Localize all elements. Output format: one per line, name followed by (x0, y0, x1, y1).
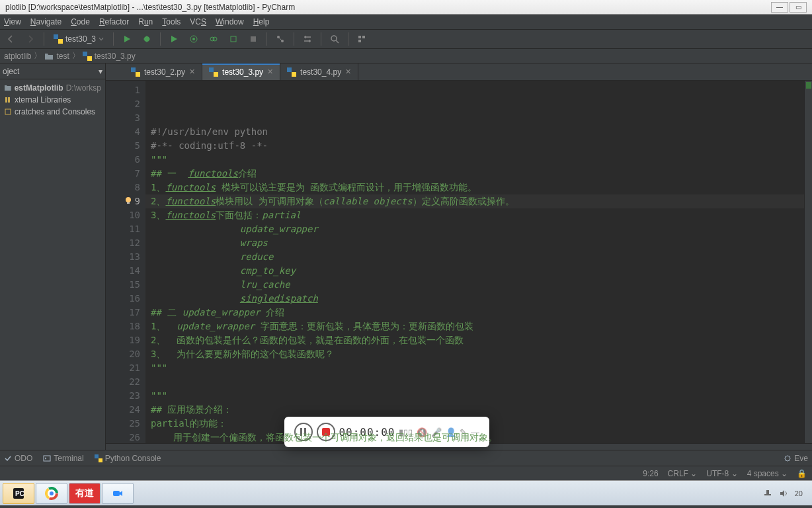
external-libraries-node[interactable]: xternal Libraries (1, 94, 104, 106)
svg-rect-45 (766, 490, 769, 494)
breadcrumb-root[interactable]: atplotlib (4, 52, 31, 61)
tab-label: test30_4.py (300, 67, 341, 77)
editor-gutter[interactable]: 1234567891011121314151617181920212223242… (106, 81, 145, 443)
git-button[interactable] (272, 31, 288, 47)
intention-bulb-icon[interactable] (124, 196, 132, 204)
window-title-bar: plotlib [D:\workspace\testMatplotlib] - … (0, 0, 812, 15)
tab-label: test30_2.py (144, 67, 185, 77)
menu-window[interactable]: Window (216, 17, 244, 26)
menu-tools[interactable]: Tools (162, 17, 181, 26)
svg-point-8 (213, 37, 217, 41)
windows-taskbar: PC 有道 20 (0, 480, 812, 505)
profile-button[interactable] (186, 31, 202, 47)
tab-label: test30_3.py (222, 67, 263, 77)
status-bar: 9:26 CRLF ⌄ UTF-8 ⌄ 4 spaces ⌄ 🔒 (0, 466, 812, 480)
svg-line-13 (278, 37, 282, 41)
close-icon[interactable]: ✕ (267, 67, 273, 76)
chevron-down-icon: ⌄ (781, 469, 788, 478)
attach-button[interactable] (225, 31, 241, 47)
ide-settings-button[interactable] (300, 31, 315, 47)
stop-button[interactable] (245, 31, 261, 47)
todo-tool-button[interactable]: ODO (4, 454, 32, 463)
taskbar-zoom[interactable] (102, 483, 134, 504)
svg-rect-46 (764, 494, 771, 495)
window-minimize-button[interactable]: — (771, 2, 788, 13)
svg-point-35 (785, 456, 790, 461)
menu-help[interactable]: Help (253, 17, 270, 26)
concurrency-button[interactable] (206, 31, 222, 47)
tray-sound-icon[interactable] (779, 489, 788, 498)
nav-back-button[interactable] (3, 31, 19, 47)
editor-tab-test30-4[interactable]: test30_4.py ✕ (280, 64, 358, 80)
run-config-label: test30_3 (65, 34, 96, 44)
menu-refactor[interactable]: Refactor (99, 17, 129, 26)
svg-rect-21 (5, 97, 7, 103)
tray-clock[interactable]: 20 (795, 489, 803, 497)
line-separator-indicator[interactable]: CRLF ⌄ (668, 469, 698, 478)
scratch-icon (4, 108, 12, 116)
debug-button[interactable] (139, 31, 155, 47)
structure-button[interactable] (354, 31, 370, 47)
taskbar-pycharm[interactable]: PC (3, 483, 34, 504)
file-encoding-indicator[interactable]: UTF-8 ⌄ (706, 469, 737, 478)
terminal-tool-button[interactable]: Terminal (43, 454, 83, 463)
close-icon[interactable]: ✕ (345, 67, 351, 76)
python-file-icon (131, 67, 140, 77)
menu-code[interactable]: Code (71, 17, 90, 26)
bottom-tool-window-bar: ODO Terminal Python Console Eve (0, 450, 812, 466)
todo-icon (4, 454, 12, 462)
editor-tab-row: test30_2.py ✕ test30_3.py ✕ test30_4.py … (106, 64, 812, 81)
menu-navigate[interactable]: Navigate (30, 17, 61, 26)
lock-icon[interactable]: 🔒 (797, 469, 807, 478)
folder-icon (4, 84, 12, 92)
breadcrumb-folder[interactable]: test (56, 52, 69, 61)
indent-indicator[interactable]: 4 spaces ⌄ (747, 469, 788, 478)
project-panel-header[interactable]: oject ▾ (0, 64, 105, 79)
editor-content[interactable]: #!/usr/bin/env python #-*- coding:utf-8 … (145, 81, 804, 443)
run-config-selector[interactable]: test30_3 (50, 34, 108, 44)
menu-run[interactable]: Run (138, 17, 153, 26)
chevron-down-icon: ▾ (99, 67, 102, 76)
external-libraries-label: xternal Libraries (15, 95, 71, 105)
scratches-node[interactable]: cratches and Consoles (1, 106, 104, 118)
svg-rect-26 (209, 67, 214, 72)
close-icon[interactable]: ✕ (189, 67, 195, 76)
svg-rect-34 (99, 458, 102, 462)
main-toolbar: test30_3 (0, 29, 812, 49)
python-file-icon (54, 34, 63, 44)
svg-rect-28 (287, 67, 292, 72)
run-button[interactable] (119, 31, 135, 47)
tray-network-icon[interactable] (763, 489, 772, 498)
breadcrumb: atplotlib 〉 test 〉 test30_3.py (0, 49, 812, 64)
menu-vcs[interactable]: VCS (190, 17, 206, 26)
svg-rect-29 (292, 72, 296, 77)
svg-rect-1 (58, 39, 63, 44)
python-icon (95, 454, 102, 462)
svg-rect-23 (5, 109, 11, 114)
python-console-tool-button[interactable]: Python Console (95, 454, 161, 463)
python-file-icon (287, 67, 296, 77)
terminal-label: Terminal (54, 454, 83, 463)
editor-tab-test30-3[interactable]: test30_3.py ✕ (202, 64, 280, 80)
svg-point-30 (126, 197, 131, 202)
cursor-position[interactable]: 9:26 (643, 469, 658, 478)
coverage-button[interactable] (166, 31, 182, 47)
error-stripe[interactable] (804, 81, 812, 443)
window-maximize-button[interactable]: ▭ (790, 2, 807, 13)
taskbar-chrome[interactable] (36, 483, 67, 504)
nav-forward-button[interactable] (22, 31, 38, 47)
chevron-down-icon: ⌄ (690, 469, 697, 478)
taskbar-youdao[interactable]: 有道 (69, 483, 101, 504)
terminal-icon (43, 454, 51, 462)
breadcrumb-file[interactable]: test30_3.py (95, 52, 136, 61)
svg-rect-18 (358, 40, 361, 42)
editor-tab-test30-2[interactable]: test30_2.py ✕ (124, 64, 202, 80)
project-tool-window: oject ▾ estMatplotlib D:\worksp xternal … (0, 64, 106, 450)
event-log-tool-button[interactable]: Eve (784, 454, 808, 463)
svg-rect-19 (83, 52, 87, 56)
project-root-node[interactable]: estMatplotlib D:\worksp (1, 82, 104, 94)
menu-view[interactable]: View (4, 17, 21, 26)
error-stripe-indicator (806, 82, 811, 89)
svg-point-6 (192, 38, 195, 40)
search-everywhere-button[interactable] (327, 31, 343, 47)
